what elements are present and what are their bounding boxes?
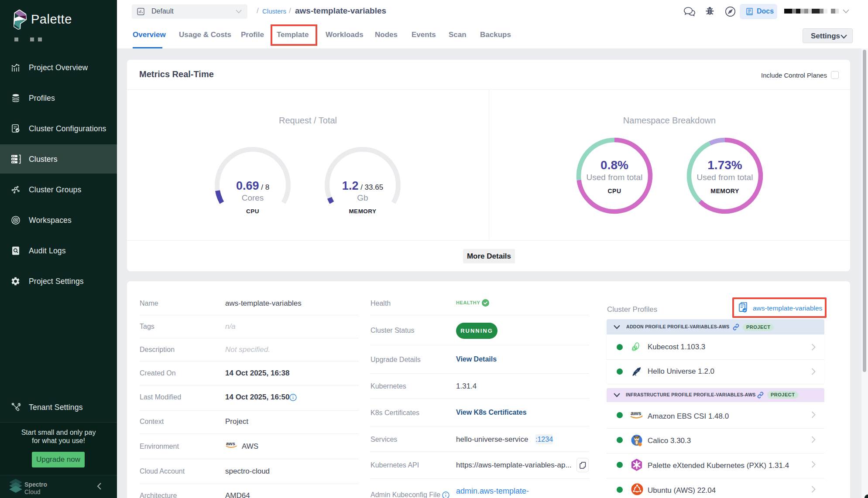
svg-text:aws: aws	[226, 441, 235, 446]
svg-text:aws: aws	[631, 410, 642, 416]
